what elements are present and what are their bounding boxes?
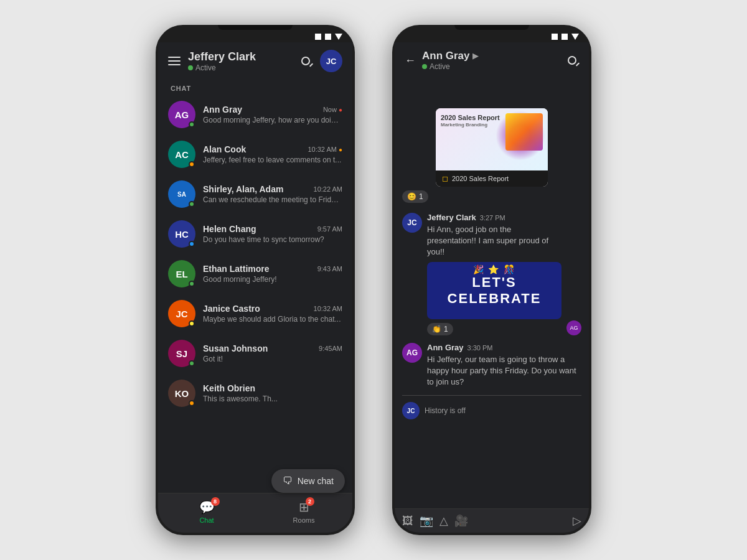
reaction-chip[interactable]: 😊 1 — [402, 190, 428, 203]
chat-item[interactable]: AG Ann Gray Now ● Good morning Jeffery, … — [158, 95, 352, 134]
chat-list-header: Jeffery Clark Active JC — [158, 42, 352, 80]
msg-meta-2: Ann Gray 3:30 PM — [427, 343, 581, 352]
chat-time: 10:22 AM — [314, 185, 342, 193]
search-icon-2 — [568, 56, 576, 65]
file-card-footer: ◻ 2020 Sales Report — [436, 170, 548, 187]
avatar-initials: JC — [320, 50, 342, 72]
image-input-icon[interactable]: 🖼 — [402, 515, 413, 528]
chat-row1: Shirley, Alan, Adam 10:22 AM — [203, 184, 342, 194]
chat-status-dot — [189, 201, 195, 207]
chat-item[interactable]: AC Alan Cook 10:32 AM ● Jeffery, feel fr… — [158, 134, 352, 174]
thumb-decoration — [505, 113, 543, 151]
msg-content-ann: Ann Gray 3:30 PM Hi Jeffery, our team is… — [427, 343, 581, 388]
msg-avatar-jeffery: JC — [402, 213, 422, 233]
history-text: History is off — [425, 406, 466, 415]
message-ann: AG Ann Gray 3:30 PM Hi Jeffery, our team… — [402, 343, 581, 388]
chat-avatar-wrap: JC — [168, 300, 195, 327]
send-button[interactable]: ▷ — [573, 514, 581, 528]
camera-input-icon[interactable]: 📷 — [420, 514, 433, 528]
chat-status-dot — [189, 241, 195, 247]
chat-row1: Helen Chang 9:57 AM — [203, 224, 342, 234]
chat-item[interactable]: EL Ethan Lattimore 9:43 AM Good morning … — [158, 254, 352, 294]
celebrate-reaction: 👏 1 — [427, 323, 561, 335]
chat-avatar-wrap: KO — [168, 380, 195, 407]
file-title: 2020 Sales Report — [452, 175, 509, 182]
active-dot-2 — [422, 64, 427, 69]
active-text: Active — [195, 63, 216, 72]
msg-avatar-ann: AG — [402, 343, 422, 363]
menu-icon[interactable] — [168, 57, 181, 65]
active-text-2: Active — [430, 62, 450, 71]
chat-avatar-wrap: SJ — [168, 340, 195, 367]
chat-preview: Jeffery, feel free to leave comments on … — [203, 156, 342, 164]
chat-row1: Susan Johnson 9:45AM — [203, 343, 342, 353]
chat-item[interactable]: SJ Susan Johnson 9:45AM Got it! — [158, 334, 352, 373]
drive-input-icon[interactable]: △ — [439, 514, 448, 528]
section-label: CHAT — [158, 80, 352, 95]
search-button[interactable] — [299, 54, 312, 68]
rooms-badge: 2 — [306, 497, 314, 506]
chat-row1: Keith Obrien — [203, 383, 342, 393]
input-bar: 🖼 📷 △ 🎥 ▷ — [395, 508, 589, 533]
signal-icon-2 — [325, 34, 331, 40]
chat-status-dot — [189, 281, 195, 287]
chat-row1: Alan Cook 10:32 AM ● — [203, 144, 342, 154]
msg-content-jeffery: Jeffery Clark 3:27 PM Hi Ann, good job o… — [427, 213, 561, 335]
chat-body: Ethan Lattimore 9:43 AM Good morning Jef… — [203, 264, 342, 284]
signal-icon-3 — [552, 34, 558, 40]
chat-name: Janice Castro — [203, 304, 260, 314]
chat-row1: Ann Gray Now ● — [203, 105, 342, 114]
chat-item[interactable]: JC Janice Castro 10:32 AM Maybe we shoul… — [158, 294, 352, 334]
chat-nav-label: Chat — [199, 516, 214, 524]
file-card-container: 2020 Sales Report Marketing Branding ◻ 2… — [402, 108, 581, 203]
chat-name: Keith Obrien — [203, 383, 255, 393]
chat-time: Now ● — [323, 106, 342, 113]
new-chat-fab[interactable]: 🗨 New chat — [271, 469, 345, 493]
chat-preview: Got it! — [203, 355, 342, 363]
search-icon — [301, 57, 310, 65]
signal-icon-4 — [561, 34, 568, 40]
chat-avatar-wrap: EL — [168, 260, 195, 287]
chat-status-dot — [189, 360, 195, 366]
phone-screen-2: ← Ann Gray ▶ Active — [395, 42, 589, 533]
chat-item[interactable]: SA Shirley, Alan, Adam 10:22 AM Can we r… — [158, 174, 352, 214]
back-button[interactable]: ← — [405, 54, 416, 67]
header-title-block: Jeffery Clark Active — [188, 50, 291, 72]
msg-text-2: Hi Jeffery, our team is going to throw a… — [427, 354, 581, 388]
chat-time: 10:32 AM ● — [308, 146, 342, 153]
conv-title-block: Ann Gray ▶ Active — [422, 50, 559, 71]
chat-item[interactable]: KO Keith Obrien This is awesome. Th... — [158, 373, 352, 413]
chevron-icon: ▶ — [472, 52, 478, 60]
chat-status-dot — [189, 121, 195, 128]
new-chat-label: New chat — [298, 476, 334, 486]
active-dot — [188, 65, 193, 70]
chat-item[interactable]: HC Helen Chang 9:57 AM Do you have time … — [158, 214, 352, 254]
message-jeffery: JC Jeffery Clark 3:27 PM Hi Ann, good jo… — [402, 213, 581, 335]
msg-meta: Jeffery Clark 3:27 PM — [427, 213, 561, 222]
conv-search-button[interactable] — [565, 54, 579, 67]
chat-preview: Good morning Jeffery! — [203, 275, 342, 284]
nav-rooms[interactable]: ⊞ 2 Rooms — [255, 493, 352, 533]
file-card[interactable]: 2020 Sales Report Marketing Branding ◻ 2… — [436, 108, 548, 187]
signal-icon-1 — [315, 34, 321, 40]
msg-time: 3:27 PM — [480, 214, 505, 222]
chat-body: Susan Johnson 9:45AM Got it! — [203, 343, 342, 363]
fade-top — [402, 83, 581, 101]
reaction-chip-2[interactable]: 👏 1 — [427, 323, 453, 335]
chat-body: Helen Chang 9:57 AM Do you have time to … — [203, 224, 342, 244]
chat-name: Susan Johnson — [203, 343, 268, 353]
status-bar-1 — [156, 25, 355, 42]
video-input-icon[interactable]: 🎥 — [454, 514, 468, 528]
status-bar-2 — [392, 25, 591, 42]
user-avatar[interactable]: JC — [320, 50, 342, 72]
nav-chat[interactable]: 💬 8 Chat — [158, 493, 255, 533]
chat-name: Ann Gray — [203, 105, 242, 114]
chat-nav-icon: 💬 8 — [199, 500, 215, 515]
chat-avatar-wrap: SA — [168, 180, 195, 208]
active-badge-2: Active — [422, 62, 559, 71]
chat-body: Ann Gray Now ● Good morning Jeffery, how… — [203, 105, 342, 124]
history-off: JC History is off — [402, 395, 581, 422]
chat-avatar-wrap: AC — [168, 141, 195, 168]
chat-avatar-wrap: HC — [168, 220, 195, 248]
chat-body: Keith Obrien This is awesome. Th... — [203, 383, 342, 403]
